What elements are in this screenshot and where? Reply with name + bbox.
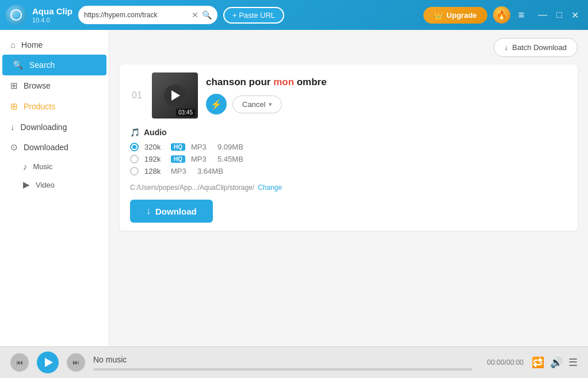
window-controls: — □ ✕ — [534, 9, 582, 22]
url-bar[interactable]: https://hypem.com/track ✕ 🔍 — [78, 6, 217, 24]
flame-icon: 🔥 — [493, 6, 510, 24]
upgrade-button[interactable]: 👑 Upgrade — [423, 7, 487, 24]
track-title-highlight: mon — [273, 77, 294, 87]
app-logo-inner — [10, 9, 22, 21]
search-icon: 🔍 — [13, 60, 24, 70]
next-button[interactable]: ⏭ — [67, 353, 85, 372]
radio-320k[interactable] — [130, 143, 139, 151]
play-triangle-icon — [171, 90, 180, 101]
url-search-icon: 🔍 — [202, 10, 212, 20]
sidebar-item-downloading[interactable]: ↓ Downloading — [0, 117, 109, 137]
storage-path: C:/Users/popes/App.../AquaClip/storage/ — [130, 184, 254, 192]
lightning-button[interactable]: ⚡ — [206, 94, 227, 114]
sidebar-browse-label: Browse — [24, 81, 51, 90]
format-320k: MP3 — [191, 143, 212, 151]
app-name-block: Aqua Clip 10.4.0 — [32, 6, 72, 24]
browse-icon: ⊞ — [10, 81, 18, 91]
app-logo — [6, 5, 26, 25]
app-name: Aqua Clip — [32, 6, 72, 17]
paste-url-button[interactable]: + Paste URL — [223, 7, 284, 24]
url-clear-icon[interactable]: ✕ — [192, 10, 198, 20]
track-thumbnail: 03:45 — [152, 72, 198, 119]
chevron-down-icon: ▾ — [269, 101, 272, 108]
play-overlay-button[interactable] — [164, 85, 186, 106]
maximize-button[interactable]: □ — [553, 9, 566, 22]
bottom-player: ⏮ ⏭ No music 00:00/00:00 🔁 🔊 ☰ — [0, 346, 588, 378]
sidebar-item-video[interactable]: ▶ Video — [0, 175, 109, 194]
format-128k: MP3 — [171, 167, 192, 175]
menu-icon[interactable]: ≡ — [516, 7, 527, 24]
volume-icon[interactable]: 🔊 — [550, 356, 563, 369]
sidebar-item-browse[interactable]: ⊞ Browse — [0, 75, 109, 96]
main-layout: ⌂ Home 🔍 Search ⊞ Browse ⊞ Products ↓ Do… — [0, 30, 588, 346]
sidebar-home-label: Home — [21, 40, 43, 49]
audio-option-320k[interactable]: 320k HQ MP3 9.09MB — [130, 143, 567, 151]
quality-192k: 192k — [144, 155, 165, 163]
lightning-icon: ⚡ — [211, 99, 222, 110]
quality-128k: 128k — [144, 167, 165, 175]
size-320k: 9.09MB — [217, 143, 243, 151]
track-title-part2: ombre — [294, 77, 327, 87]
downloaded-icon: ⊙ — [10, 142, 18, 152]
home-icon: ⌂ — [10, 40, 16, 49]
close-button[interactable]: ✕ — [568, 9, 582, 22]
cancel-button[interactable]: Cancel ▾ — [232, 96, 282, 113]
download-label: Download — [155, 207, 197, 216]
batch-download-button[interactable]: ↓ Batch Download — [494, 38, 578, 57]
sidebar-item-home[interactable]: ⌂ Home — [0, 35, 109, 55]
video-sub-icon: ▶ — [23, 180, 30, 190]
batch-download-label: Batch Download — [512, 43, 567, 52]
no-music-label: No music — [93, 355, 472, 364]
track-row: 01 03:45 chanson pour mon ombre ⚡ — [130, 72, 567, 119]
repeat-icon[interactable]: 🔁 — [532, 356, 544, 369]
path-row: C:/Users/popes/App.../AquaClip/storage/ … — [130, 184, 567, 192]
cancel-label: Cancel — [242, 100, 265, 109]
sidebar-item-search[interactable]: 🔍 Search — [2, 55, 106, 75]
audio-header: 🎵 Audio — [130, 128, 567, 137]
format-192k: MP3 — [191, 155, 212, 163]
radio-192k[interactable] — [130, 155, 139, 163]
track-info: chanson pour mon ombre ⚡ Cancel ▾ — [206, 77, 567, 114]
hq-badge-192k: HQ — [171, 155, 185, 163]
audio-section-label: Audio — [144, 128, 167, 137]
quality-320k: 320k — [144, 143, 165, 151]
track-duration: 03:45 — [176, 109, 195, 116]
playlist-icon[interactable]: ☰ — [568, 356, 578, 369]
app-version: 10.4.0 — [32, 17, 72, 24]
track-card: 01 03:45 chanson pour mon ombre ⚡ — [120, 64, 578, 231]
prev-button[interactable]: ⏮ — [10, 353, 29, 372]
size-128k: 3.64MB — [197, 167, 223, 175]
sidebar-downloading-label: Downloading — [21, 123, 67, 132]
sidebar-music-label: Music — [33, 162, 53, 171]
minimize-button[interactable]: — — [534, 9, 551, 22]
audio-option-128k[interactable]: 128k MP3 3.64MB — [130, 167, 567, 175]
radio-dot-320k — [132, 145, 136, 149]
radio-128k[interactable] — [130, 167, 139, 175]
sidebar-item-downloaded[interactable]: ⊙ Downloaded — [0, 137, 109, 158]
audio-section: 🎵 Audio 320k HQ MP3 9.09MB — [130, 128, 567, 223]
track-number: 01 — [130, 90, 144, 101]
audio-option-192k[interactable]: 192k HQ MP3 5.45MB — [130, 155, 567, 163]
sidebar: ⌂ Home 🔍 Search ⊞ Browse ⊞ Products ↓ Do… — [0, 30, 109, 346]
batch-download-icon: ↓ — [505, 43, 509, 52]
progress-container[interactable] — [93, 368, 472, 371]
track-title-part1: chanson pour — [206, 77, 273, 87]
downloading-icon: ↓ — [10, 122, 15, 132]
upgrade-label: Upgrade — [446, 11, 477, 20]
track-actions: ⚡ Cancel ▾ — [206, 94, 567, 114]
player-middle: No music — [93, 355, 472, 371]
audio-options: 320k HQ MP3 9.09MB 192k HQ MP3 5.45MB — [130, 143, 567, 175]
sidebar-item-products[interactable]: ⊞ Products — [0, 96, 109, 117]
player-play-icon — [45, 358, 53, 367]
download-button[interactable]: ↓ Download — [130, 200, 213, 223]
sidebar-search-label: Search — [29, 60, 55, 70]
hq-badge-320k: HQ — [171, 143, 185, 151]
products-icon: ⊞ — [10, 101, 18, 112]
titlebar: Aqua Clip 10.4.0 https://hypem.com/track… — [0, 0, 588, 30]
player-play-button[interactable] — [37, 352, 59, 373]
music-sub-icon: ♪ — [23, 162, 28, 171]
sidebar-item-music[interactable]: ♪ Music — [0, 158, 109, 175]
player-controls-right: 🔁 🔊 ☰ — [532, 356, 578, 369]
change-path-link[interactable]: Change — [258, 184, 282, 192]
size-192k: 5.45MB — [217, 155, 243, 163]
